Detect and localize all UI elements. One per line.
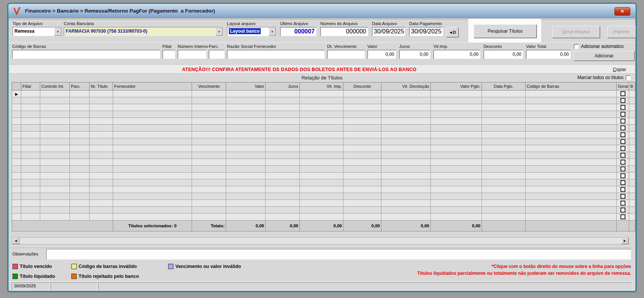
- filial-input[interactable]: [162, 50, 175, 59]
- table-row[interactable]: ▶: [12, 125, 635, 132]
- table-row[interactable]: ▶: [12, 145, 635, 152]
- cell-filial: [21, 186, 40, 193]
- horizontal-scrollbar[interactable]: ◀ ▶: [12, 237, 629, 244]
- table-row[interactable]: ▶: [12, 214, 635, 220]
- gerar-checkbox[interactable]: [620, 91, 625, 96]
- razao-social-input[interactable]: [227, 50, 325, 59]
- gerar-checkbox[interactable]: [620, 160, 625, 165]
- table-row[interactable]: ▶: [12, 90, 635, 97]
- gerar-checkbox[interactable]: [620, 112, 625, 117]
- table-row[interactable]: ▶: [12, 152, 635, 159]
- table-row[interactable]: ▶: [12, 138, 635, 145]
- table-row[interactable]: ▶: [12, 173, 635, 179]
- gerar-checkbox[interactable]: [620, 201, 625, 206]
- legend-label: Título vencido: [20, 264, 52, 269]
- cell-filial: [21, 166, 40, 173]
- dt-vencimento-input[interactable]: [327, 50, 365, 59]
- adicionar-button[interactable]: Adicionar: [574, 51, 635, 61]
- copiar-rest: opiar: [616, 67, 626, 72]
- scroll-left-icon[interactable]: ◀: [12, 238, 19, 244]
- col-header-data-pgto: Data Pgto.: [482, 82, 526, 90]
- gerar-arquivo-button[interactable]: Gerar Arquivo: [552, 26, 600, 38]
- cell-b: [629, 200, 635, 207]
- close-icon[interactable]: ✕: [614, 7, 630, 16]
- table-row[interactable]: ▶: [12, 97, 635, 104]
- gerar-checkbox[interactable]: [620, 208, 625, 212]
- table-row[interactable]: ▶: [12, 179, 635, 186]
- table-row[interactable]: ▶: [12, 104, 635, 111]
- conta-bancaria-select[interactable]: FARMACIA 907030 (756 3133/90703-0) ▼: [64, 27, 223, 36]
- cell-filial: [21, 152, 40, 159]
- gerar-checkbox[interactable]: [620, 98, 625, 103]
- gerar-checkbox[interactable]: [620, 139, 625, 144]
- valor-input[interactable]: [367, 50, 396, 59]
- table-row[interactable]: ▶: [12, 186, 635, 193]
- chevron-down-icon[interactable]: ▼: [54, 27, 61, 36]
- pesquisar-titulos-button[interactable]: Pesquisar Títulos: [474, 24, 537, 38]
- vlr-imp-input[interactable]: [433, 50, 480, 59]
- desktop-background: { "window": { "title": "Financeiro > Ban…: [0, 0, 644, 298]
- filial-label: Filial: [162, 44, 175, 49]
- cell-vencimento: [192, 118, 226, 125]
- title-bar[interactable]: Financeiro > Bancário > Remessa/Retorno …: [8, 4, 636, 18]
- cell-data-pgto: [482, 200, 526, 207]
- gerar-checkbox[interactable]: [620, 105, 625, 110]
- copy-date-icon[interactable]: ◄D: [446, 27, 458, 37]
- cell-parc: [70, 152, 90, 159]
- numero-interno-input[interactable]: [178, 50, 206, 59]
- data-pagamento-field[interactable]: 30/09/2025: [409, 27, 443, 36]
- imprimir-button[interactable]: Imprimir: [607, 26, 636, 38]
- gerar-checkbox[interactable]: [620, 173, 625, 178]
- cell-fornecedor: [113, 145, 192, 152]
- cell-vencimento: [192, 125, 226, 132]
- tipo-arquivo-select[interactable]: Remessa ▼: [13, 27, 62, 36]
- table-row[interactable]: ▶: [12, 159, 635, 166]
- gerar-checkbox[interactable]: [620, 146, 625, 151]
- legend-titulo-vencido: Título vencido: [13, 264, 71, 269]
- adicionar-automatico-checkbox[interactable]: [574, 44, 579, 49]
- table-row[interactable]: ▶: [12, 132, 635, 138]
- scroll-right-icon[interactable]: ▶: [621, 238, 628, 244]
- cell-filial: [21, 200, 40, 207]
- table-row[interactable]: ▶: [12, 118, 635, 125]
- cell-parc: [70, 186, 90, 193]
- chevron-down-icon[interactable]: ▼: [216, 27, 223, 36]
- juros-input[interactable]: [399, 50, 430, 59]
- cell-desconto: [343, 111, 381, 118]
- table-row[interactable]: ▶: [12, 200, 635, 207]
- gerar-checkbox[interactable]: [620, 132, 625, 137]
- cell-nr-titulo: [90, 118, 113, 125]
- cell-vlr-devolucao: [381, 214, 431, 220]
- marcar-todos-checkbox[interactable]: [626, 75, 631, 80]
- gerar-checkbox[interactable]: [620, 125, 625, 130]
- gerar-checkbox[interactable]: [620, 119, 625, 124]
- codigo-barras-input[interactable]: [12, 50, 160, 59]
- gerar-checkbox[interactable]: [620, 166, 625, 171]
- chevron-down-icon[interactable]: ▼: [269, 27, 276, 36]
- table-row[interactable]: ▶: [12, 193, 635, 200]
- data-arquivo-field[interactable]: 30/09/2025: [372, 27, 405, 36]
- observacoes-input[interactable]: [46, 249, 631, 260]
- cell-gerar: [617, 173, 629, 179]
- desconto-input[interactable]: [483, 50, 523, 59]
- numero-arquivo-field[interactable]: 000000: [320, 27, 368, 36]
- table-row[interactable]: ▶: [12, 166, 635, 173]
- gerar-checkbox[interactable]: [620, 180, 625, 185]
- gerar-checkbox[interactable]: [620, 187, 625, 192]
- cell-codigo-barras: [526, 207, 617, 214]
- copiar-button[interactable]: Copiar: [613, 67, 626, 72]
- layout-arquivo-select[interactable]: Layout banco ▼: [227, 27, 276, 36]
- parc-input[interactable]: [209, 50, 225, 59]
- gerar-checkbox[interactable]: [620, 153, 625, 158]
- valor-total-input[interactable]: [526, 50, 571, 59]
- gerar-checkbox[interactable]: [620, 214, 625, 219]
- row-selector-cell: ▶: [12, 173, 21, 179]
- cell-controle-int: [40, 118, 70, 125]
- gerar-checkbox[interactable]: [620, 194, 625, 199]
- table-row[interactable]: ▶: [12, 111, 635, 118]
- cell-gerar: [617, 118, 629, 125]
- table-row[interactable]: ▶: [12, 207, 635, 214]
- cell-b: [629, 193, 635, 200]
- cell-gerar: [617, 166, 629, 173]
- ultimo-arquivo-field[interactable]: 000007: [280, 27, 316, 36]
